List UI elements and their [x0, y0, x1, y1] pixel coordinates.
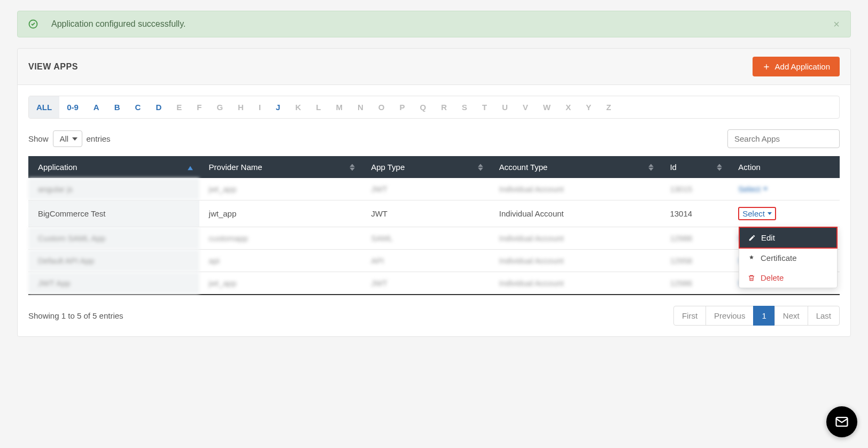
col-application[interactable]: Application — [28, 156, 199, 178]
alert-text: Application configured successfully. — [51, 19, 185, 29]
cell-accounttype: Individual Account — [490, 200, 661, 227]
cell-apptype: JWT — [361, 178, 490, 200]
cell-provider: customapp — [199, 227, 362, 250]
alpha-u[interactable]: U — [494, 96, 515, 118]
cell-accounttype: Individual Account — [490, 178, 661, 200]
alpha-h[interactable]: H — [230, 96, 251, 118]
cell-apptype: JWT — [361, 272, 490, 295]
add-application-button[interactable]: Add Application — [753, 57, 840, 76]
alpha-n[interactable]: N — [350, 96, 371, 118]
cell-action: Select — [728, 178, 840, 200]
add-button-label: Add Application — [775, 62, 830, 71]
cell-id: 13014 — [660, 200, 728, 227]
alpha-a[interactable]: A — [86, 96, 107, 118]
dropdown-edit[interactable]: Edit — [739, 227, 838, 249]
alpha-filter: ALL0-9ABCDEFGHIJKLMNOPQRSTUVWXYZ — [28, 96, 840, 119]
sort-icon — [717, 164, 722, 171]
alpha-g[interactable]: G — [209, 96, 230, 118]
show-label-before: Show — [28, 134, 49, 143]
page-next[interactable]: Next — [774, 306, 808, 326]
alpha-r[interactable]: R — [433, 96, 454, 118]
alpha-d[interactable]: D — [148, 96, 169, 118]
select-dropdown-trigger[interactable]: Select — [738, 184, 768, 194]
sort-asc-icon — [188, 163, 193, 172]
cell-application: BigCommerce Test — [28, 200, 199, 227]
col-id[interactable]: Id — [660, 156, 728, 178]
alpha-o[interactable]: O — [371, 96, 392, 118]
page-previous[interactable]: Previous — [706, 306, 754, 326]
alpha-l[interactable]: L — [308, 96, 328, 118]
pagination: First Previous 1 Next Last — [673, 306, 840, 326]
action-dropdown: EditCertificateDelete — [739, 227, 838, 288]
search-input[interactable] — [727, 129, 840, 148]
plus-icon — [762, 63, 771, 71]
page-first[interactable]: First — [673, 306, 706, 326]
dropdown-certificate-label: Certificate — [761, 253, 797, 262]
table-row: JWT Appjwt_appJWTIndividual Account12986… — [28, 272, 840, 295]
certificate-icon — [748, 254, 755, 262]
col-apptype[interactable]: App Type — [361, 156, 490, 178]
alpha-all[interactable]: ALL — [29, 96, 59, 118]
alpha-t[interactable]: T — [475, 96, 494, 118]
col-action: Action — [728, 156, 840, 178]
cell-provider: api — [199, 250, 362, 272]
alpha-w[interactable]: W — [536, 96, 558, 118]
cell-id: 13015 — [660, 178, 728, 200]
col-provider[interactable]: Provider Name — [199, 156, 362, 178]
alpha-p[interactable]: P — [392, 96, 412, 118]
dropdown-certificate[interactable]: Certificate — [739, 248, 837, 268]
cell-id: 12958 — [660, 250, 728, 272]
chevron-down-icon — [768, 212, 772, 215]
cell-application: angular js — [28, 178, 199, 200]
table-row: Default API AppapiAPIIndividual Account1… — [28, 250, 840, 272]
cell-accounttype: Individual Account — [490, 250, 661, 272]
select-dropdown-trigger[interactable]: Select — [738, 207, 776, 220]
table-row: BigCommerce Testjwt_appJWTIndividual Acc… — [28, 200, 840, 227]
dropdown-edit-label: Edit — [761, 233, 775, 242]
show-label-after: entries — [87, 134, 111, 143]
apps-table: Application Provider Name — [28, 156, 840, 295]
cell-application: JWT App — [28, 272, 199, 295]
cell-application: Custom SAML App — [28, 227, 199, 250]
trash-icon — [748, 274, 755, 282]
page-last[interactable]: Last — [808, 306, 840, 326]
edit-icon — [748, 234, 756, 242]
dropdown-delete[interactable]: Delete — [739, 268, 837, 288]
alpha-0-9[interactable]: 0-9 — [59, 96, 86, 118]
alpha-b[interactable]: B — [107, 96, 128, 118]
alpha-f[interactable]: F — [189, 96, 209, 118]
cell-id: 12988 — [660, 227, 728, 250]
page-title: VIEW APPS — [28, 62, 78, 72]
chevron-down-icon — [763, 188, 768, 190]
alpha-q[interactable]: Q — [413, 96, 434, 118]
sort-icon — [350, 164, 355, 171]
cell-accounttype: Individual Account — [490, 227, 661, 250]
alpha-j[interactable]: J — [268, 96, 288, 118]
check-circle-icon — [28, 19, 38, 29]
cell-action: SelectEditCertificateDelete — [728, 200, 840, 227]
alpha-e[interactable]: E — [169, 96, 189, 118]
cell-id: 12986 — [660, 272, 728, 295]
alpha-k[interactable]: K — [288, 96, 308, 118]
view-apps-panel: VIEW APPS Add Application ALL0-9ABCDEFGH… — [17, 48, 851, 337]
page-1[interactable]: 1 — [753, 306, 774, 326]
dropdown-delete-label: Delete — [761, 273, 784, 282]
alpha-c[interactable]: C — [128, 96, 149, 118]
alpha-s[interactable]: S — [454, 96, 475, 118]
alpha-m[interactable]: M — [328, 96, 350, 118]
cell-apptype: SAML — [361, 227, 490, 250]
alpha-y[interactable]: Y — [578, 96, 599, 118]
success-alert: Application configured successfully. × — [17, 11, 851, 37]
cell-application: Default API App — [28, 250, 199, 272]
alpha-x[interactable]: X — [558, 96, 578, 118]
sort-icon — [478, 164, 483, 171]
sort-icon — [648, 164, 654, 171]
table-row: angular jsjwt_appJWTIndividual Account13… — [28, 178, 840, 200]
col-accounttype[interactable]: Account Type — [490, 156, 661, 178]
entries-select[interactable]: All — [53, 130, 82, 147]
alpha-z[interactable]: Z — [599, 96, 618, 118]
alpha-i[interactable]: I — [251, 96, 268, 118]
alpha-v[interactable]: V — [515, 96, 536, 118]
cell-provider: jwt_app — [199, 178, 362, 200]
alert-close-icon[interactable]: × — [833, 18, 840, 30]
